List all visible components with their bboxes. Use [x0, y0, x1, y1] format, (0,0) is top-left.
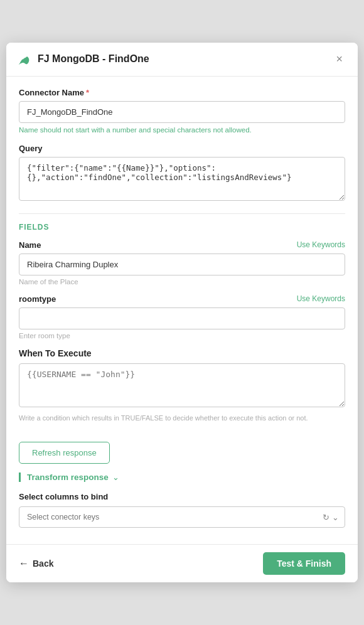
name-use-keywords-link[interactable]: Use Keywords: [297, 240, 345, 249]
chevron-down-icon: ⌄: [112, 473, 119, 482]
when-to-execute-label: When To Execute: [19, 348, 345, 358]
transform-response-label[interactable]: Transform response: [27, 473, 109, 482]
query-group: Query {"filter":{"name":"{{Name}}"},"opt…: [19, 144, 345, 203]
name-field-sub-hint: Name of the Place: [19, 278, 345, 286]
connector-name-group: Connector Name * Name should not start w…: [19, 88, 345, 134]
name-field-input[interactable]: [19, 254, 345, 275]
refresh-response-button[interactable]: Refresh response: [19, 442, 110, 464]
roomtype-field-header: roomtype Use Keywords: [19, 294, 345, 304]
select-keys-wrap: ↻ ⌄: [19, 506, 345, 528]
connector-name-label: Connector Name *: [19, 88, 345, 97]
when-to-execute-textarea[interactable]: [19, 363, 345, 407]
select-keys-input[interactable]: [19, 506, 345, 528]
back-arrow-icon: ←: [19, 558, 29, 569]
connector-name-input[interactable]: [19, 101, 345, 123]
back-label: Back: [33, 558, 53, 569]
select-columns-section: Select columns to bind ↻ ⌄: [19, 492, 345, 528]
modal-header: FJ MongoDB - FindOne ×: [6, 43, 358, 77]
close-button[interactable]: ×: [332, 51, 346, 67]
required-star: *: [86, 88, 89, 97]
roomtype-use-keywords-link[interactable]: Use Keywords: [297, 294, 345, 303]
transform-response-row: Transform response ⌄: [19, 473, 345, 482]
query-label: Query: [19, 144, 345, 153]
roomtype-field-sub-hint: Enter room type: [19, 332, 345, 339]
leaf-icon: [18, 52, 31, 66]
connector-name-hint: Name should not start with a number and …: [19, 126, 345, 134]
modal-container: FJ MongoDB - FindOne × Connector Name * …: [6, 43, 358, 583]
roomtype-field-input[interactable]: [19, 307, 345, 329]
query-textarea[interactable]: {"filter":{"name":"{{Name}}"},"options":…: [19, 157, 345, 201]
name-field-header: Name Use Keywords: [19, 240, 345, 250]
roomtype-field-label: roomtype: [19, 294, 56, 304]
modal-title: FJ MongoDB - FindOne: [38, 53, 332, 65]
name-field-row: Name Use Keywords Name of the Place: [19, 240, 345, 286]
roomtype-field-row: roomtype Use Keywords Enter room type: [19, 294, 345, 339]
modal-footer: ← Back Test & Finish: [6, 544, 358, 582]
test-finish-button[interactable]: Test & Finish: [263, 552, 345, 575]
when-to-execute-group: When To Execute Write a condition which …: [19, 348, 345, 424]
modal-body: Connector Name * Name should not start w…: [6, 77, 358, 545]
when-to-execute-hint: Write a condition which results in TRUE/…: [19, 413, 345, 424]
name-field-label: Name: [19, 240, 41, 250]
select-columns-label: Select columns to bind: [19, 492, 345, 501]
fields-section-label: FIELDS: [19, 213, 345, 232]
back-button[interactable]: ← Back: [19, 558, 53, 569]
